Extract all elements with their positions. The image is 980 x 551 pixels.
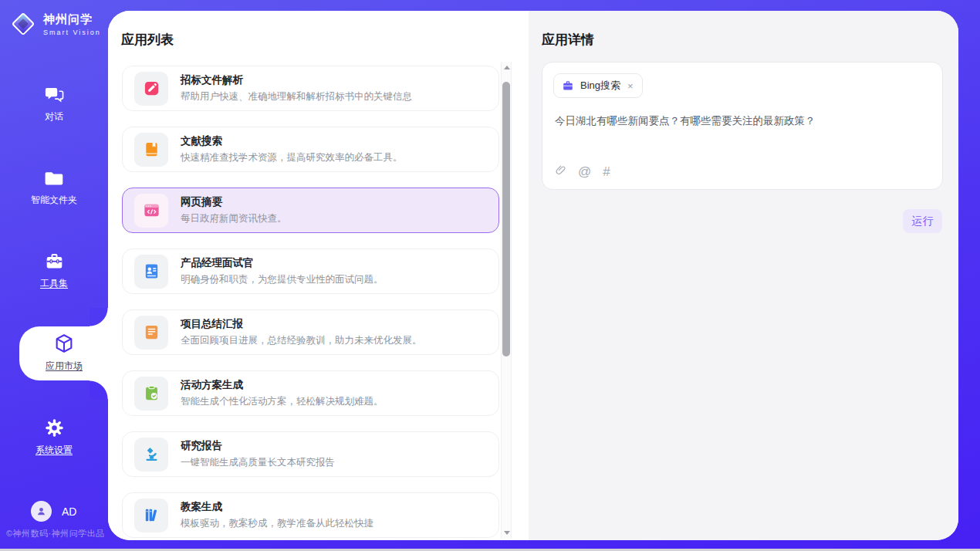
report-note-icon [143, 323, 161, 341]
app-list-title: 应用列表 [121, 31, 174, 49]
sidebar-item-label: 智能文件夹 [31, 194, 77, 207]
sidebar-item-app-market[interactable]: 应用市场 [19, 333, 109, 373]
user-avatar-icon [31, 501, 52, 522]
paperclip-icon[interactable] [555, 164, 566, 179]
prompt-toolbar: @ # [555, 164, 610, 179]
app-card-title: 招标文件解析 [181, 73, 412, 87]
prompt-input[interactable]: 今日湖北有哪些新闻要点？有哪些需要关注的最新政策？ [555, 113, 930, 129]
main-panel: 应用列表 招标文件解析 帮助用户快速、准确地理解和解析招标书中的关键信息 文献搜… [108, 11, 958, 540]
brand-subtitle: Smart Vision [43, 29, 101, 36]
user-initials: AD [62, 505, 76, 518]
app-card-desc: 一键智能生成高质量长文本研究报告 [181, 456, 335, 469]
app-card[interactable]: 产品经理面试官 明确身份和职责，为您提供专业性的面试问题。 [122, 248, 499, 294]
app-card-title: 产品经理面试官 [181, 256, 384, 270]
sidebar-item-label: 对话 [45, 110, 63, 123]
app-card-desc: 全面回顾项目进展，总结经验教训，助力未来优化发展。 [181, 334, 422, 347]
app-card-desc: 帮助用户快速、准确地理解和解析招标书中的关键信息 [181, 90, 412, 103]
brand-name: 神州问学 [43, 12, 101, 27]
app-card[interactable]: 活动方案生成 智能生成个性化活动方案，轻松解决规划难题。 [122, 370, 499, 416]
app-window: 神州问学 Smart Vision 对话 智能文件夹 工具 [0, 0, 980, 551]
app-card-title: 活动方案生成 [181, 378, 384, 392]
active-tab-curve-top [90, 308, 109, 326]
microscope-icon [143, 445, 161, 463]
sidebar: 神州问学 Smart Vision 对话 智能文件夹 工具 [0, 0, 108, 551]
interview-icon [143, 262, 161, 280]
app-card-title: 网页摘要 [181, 195, 287, 209]
app-card[interactable]: 网页摘要 每日政府新闻资讯快查。 [122, 188, 499, 233]
app-card-title: 教案生成 [181, 500, 373, 514]
app-list-scrollbar[interactable] [501, 62, 512, 539]
gem-logo-icon [9, 10, 37, 38]
tool-chip-bing-search[interactable]: Bing搜索 × [553, 73, 643, 98]
clipboard-check-icon [143, 384, 161, 402]
app-card-title: 文献搜索 [181, 134, 403, 148]
sidebar-item-label: 工具集 [40, 277, 68, 290]
sidebar-item-settings[interactable]: 系统设置 [0, 417, 108, 457]
app-list: 招标文件解析 帮助用户快速、准确地理解和解析招标书中的关键信息 文献搜索 快速精… [122, 66, 499, 540]
edit-doc-icon [143, 79, 161, 97]
chip-close-icon[interactable]: × [627, 80, 634, 92]
app-card-title: 研究报告 [181, 439, 335, 453]
sidebar-item-chat[interactable]: 对话 [0, 84, 108, 123]
user-account[interactable]: AD [31, 501, 76, 522]
app-card-title: 项目总结汇报 [181, 317, 422, 331]
app-card[interactable]: 研究报告 一键智能生成高质量长文本研究报告 [122, 431, 499, 477]
copyright-text: ©神州数码·神州问学出品 [6, 528, 105, 539]
scroll-up-icon[interactable] [504, 66, 510, 69]
app-card[interactable]: 招标文件解析 帮助用户快速、准确地理解和解析招标书中的关键信息 [122, 66, 499, 111]
book-icon [143, 140, 161, 158]
app-card-desc: 智能生成个性化活动方案，轻松解决规划难题。 [181, 395, 384, 408]
scrollbar-thumb[interactable] [502, 82, 510, 357]
folder-icon [44, 167, 65, 188]
books-icon [143, 506, 161, 524]
prompt-card: Bing搜索 × 今日湖北有哪些新闻要点？有哪些需要关注的最新政策？ @ # [542, 62, 943, 190]
hash-icon[interactable]: # [603, 165, 610, 178]
tool-chip-label: Bing搜索 [580, 79, 620, 93]
chat-icon [44, 84, 65, 105]
app-card-desc: 模板驱动，教案秒成，教学准备从此轻松快捷 [181, 517, 373, 530]
browser-code-icon [143, 201, 161, 219]
toolbox-icon [44, 251, 65, 272]
run-button[interactable]: 运行 [903, 209, 942, 233]
app-card[interactable]: 项目总结汇报 全面回顾项目进展，总结经验教训，助力未来优化发展。 [122, 309, 499, 355]
app-list-section: 应用列表 招标文件解析 帮助用户快速、准确地理解和解析招标书中的关键信息 文献搜… [108, 11, 529, 540]
brand-logo: 神州问学 Smart Vision [9, 10, 101, 38]
app-detail-title: 应用详情 [542, 31, 594, 49]
briefcase-icon [562, 79, 574, 92]
scroll-down-icon[interactable] [504, 531, 510, 535]
app-card[interactable]: 教案生成 模板驱动，教案秒成，教学准备从此轻松快捷 [122, 492, 499, 538]
cube-icon [53, 333, 75, 354]
app-detail-section: 应用详情 Bing搜索 × 今日湖北有哪些新闻要点？有哪些需要关注的最新政策？ [529, 11, 958, 540]
gear-icon [44, 417, 65, 438]
at-icon[interactable]: @ [578, 165, 591, 178]
sidebar-item-toolset[interactable]: 工具集 [0, 251, 108, 290]
app-card-desc: 快速精准查找学术资源，提高研究效率的必备工具。 [181, 151, 403, 164]
sidebar-item-smart-folders[interactable]: 智能文件夹 [0, 167, 108, 207]
sidebar-item-label: 系统设置 [35, 444, 73, 457]
app-card[interactable]: 文献搜索 快速精准查找学术资源，提高研究效率的必备工具。 [122, 127, 499, 172]
sidebar-item-label: 应用市场 [46, 360, 83, 373]
active-tab-curve-bottom [90, 380, 109, 399]
app-card-desc: 每日政府新闻资讯快查。 [181, 212, 287, 225]
app-card-desc: 明确身份和职责，为您提供专业性的面试问题。 [181, 273, 384, 286]
